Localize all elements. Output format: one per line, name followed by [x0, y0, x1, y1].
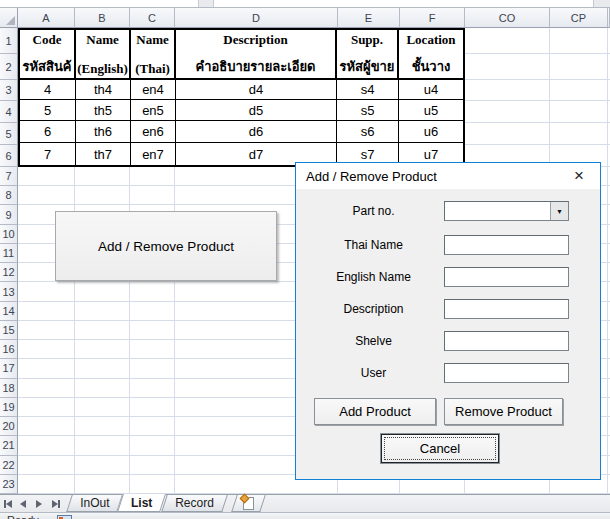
col-header-description[interactable]: Description คำอธิบายรายละเอียด: [176, 30, 337, 80]
tab-label: List: [132, 496, 153, 510]
row-header-19[interactable]: 19: [0, 398, 18, 417]
row-header-11[interactable]: 11: [0, 244, 18, 263]
row-header-9[interactable]: 9: [0, 205, 18, 224]
status-ready-label: Ready: [7, 514, 39, 519]
user-input[interactable]: [444, 363, 569, 383]
row-header-13[interactable]: 13: [0, 282, 18, 301]
select-all-corner[interactable]: [0, 8, 18, 28]
insert-worksheet-tab[interactable]: [232, 495, 267, 512]
chevron-down-icon: ▼: [556, 208, 563, 215]
header-line1: Location: [406, 32, 455, 48]
header-line1: Supp.: [351, 32, 383, 48]
row-header-10[interactable]: 10: [0, 225, 18, 244]
col-header-code[interactable]: Code รหัสสินค้: [20, 30, 76, 80]
col-header-name-thai[interactable]: Name (Thai): [131, 30, 176, 80]
row-header-4[interactable]: 4: [0, 101, 18, 123]
header-line1: Code: [33, 32, 62, 48]
col-header-name-english[interactable]: Name (English): [76, 30, 131, 80]
tab-record[interactable]: Record: [161, 495, 227, 512]
table-cell[interactable]: en4: [131, 80, 176, 100]
tab-list[interactable]: List: [117, 494, 166, 512]
close-icon[interactable]: ×: [568, 164, 590, 188]
shelve-input[interactable]: [444, 331, 569, 351]
tab-label: InOut: [80, 496, 109, 510]
thai-name-input[interactable]: [444, 235, 569, 255]
column-header-C[interactable]: C: [130, 8, 175, 28]
row-header-6[interactable]: 6: [0, 145, 18, 167]
col-header-location[interactable]: Location ชั้นวาง: [399, 30, 463, 80]
column-header-CO[interactable]: CO: [465, 8, 550, 28]
table-cell[interactable]: s6: [337, 121, 399, 143]
formula-bar-right-edge: [593, 0, 610, 7]
header-line1: Name: [86, 32, 119, 48]
row-header-22[interactable]: 22: [0, 456, 18, 475]
row-header-18[interactable]: 18: [0, 379, 18, 398]
partno-combobox[interactable]: ▼: [444, 201, 569, 221]
table-cell[interactable]: th4: [76, 80, 131, 100]
column-header-E[interactable]: E: [338, 8, 400, 28]
table-cell[interactable]: th7: [76, 143, 131, 165]
add-remove-product-dialog: Add / Remove Product × Part no. ▼ Thai N…: [295, 162, 601, 480]
macro-record-icon[interactable]: [57, 515, 72, 519]
last-sheet-icon[interactable]: [52, 498, 64, 510]
header-line2: คำอธิบายรายละเอียด: [195, 56, 315, 77]
cancel-button[interactable]: Cancel: [381, 434, 499, 463]
remove-product-button[interactable]: Remove Product: [444, 398, 563, 425]
row-header-20[interactable]: 20: [0, 417, 18, 436]
row-header-2[interactable]: 2: [0, 54, 18, 80]
status-bar-sliver: Ready: [0, 512, 610, 519]
row-header-21[interactable]: 21: [0, 436, 18, 455]
header-line1: Description: [223, 32, 287, 48]
row-header-8[interactable]: 8: [0, 186, 18, 205]
row-header-16[interactable]: 16: [0, 340, 18, 359]
table-cell[interactable]: en5: [131, 100, 176, 121]
table-cell[interactable]: d5: [176, 100, 337, 121]
header-line2: (Thai): [135, 61, 170, 77]
row-header-1[interactable]: 1: [0, 28, 18, 54]
row-header-23[interactable]: 23: [0, 475, 18, 494]
first-sheet-icon[interactable]: [4, 498, 16, 510]
row-header-17[interactable]: 17: [0, 359, 18, 378]
table-cell[interactable]: en7: [131, 143, 176, 165]
table-cell[interactable]: d6: [176, 121, 337, 143]
add-remove-product-sheet-button[interactable]: Add / Remove Product: [55, 211, 277, 281]
english-name-input[interactable]: [444, 267, 569, 287]
row-header-14[interactable]: 14: [0, 302, 18, 321]
table-cell[interactable]: 6: [20, 121, 76, 143]
row-header-15[interactable]: 15: [0, 321, 18, 340]
tab-nav-buttons: [0, 495, 69, 512]
table-cell[interactable]: u4: [399, 80, 463, 100]
column-header-F[interactable]: F: [400, 8, 465, 28]
table-cell[interactable]: 4: [20, 80, 76, 100]
table-cell[interactable]: s4: [337, 80, 399, 100]
table-cell[interactable]: u5: [399, 100, 463, 121]
combo-dropdown-button[interactable]: ▼: [550, 202, 568, 220]
table-cell[interactable]: 7: [20, 143, 76, 165]
column-header-D[interactable]: D: [175, 8, 338, 28]
tab-inout[interactable]: InOut: [66, 495, 123, 512]
row-header-3[interactable]: 3: [0, 80, 18, 101]
next-sheet-icon[interactable]: [36, 498, 48, 510]
dialog-titlebar[interactable]: Add / Remove Product ×: [296, 163, 600, 189]
column-header-B[interactable]: B: [75, 8, 130, 28]
shelve-label: Shelve: [311, 331, 436, 351]
select-all-triangle-icon: [6, 16, 15, 25]
column-header-CP[interactable]: CP: [550, 8, 608, 28]
table-cell[interactable]: s5: [337, 100, 399, 121]
table-cell[interactable]: u6: [399, 121, 463, 143]
previous-sheet-icon[interactable]: [20, 498, 32, 510]
add-product-button[interactable]: Add Product: [314, 398, 436, 425]
table-cell[interactable]: th5: [76, 100, 131, 121]
column-header-A[interactable]: A: [18, 8, 75, 28]
table-cell[interactable]: d4: [176, 80, 337, 100]
table-cell[interactable]: 5: [20, 100, 76, 121]
row-header-7[interactable]: 7: [0, 167, 18, 186]
description-input[interactable]: [444, 299, 569, 319]
dialog-title: Add / Remove Product: [306, 169, 437, 184]
row-header-12[interactable]: 12: [0, 263, 18, 282]
partno-label: Part no.: [311, 201, 436, 221]
table-cell[interactable]: th6: [76, 121, 131, 143]
table-cell[interactable]: en6: [131, 121, 176, 143]
row-header-5[interactable]: 5: [0, 123, 18, 145]
col-header-supplier[interactable]: Supp. รหัสผู้ขาย: [337, 30, 399, 80]
